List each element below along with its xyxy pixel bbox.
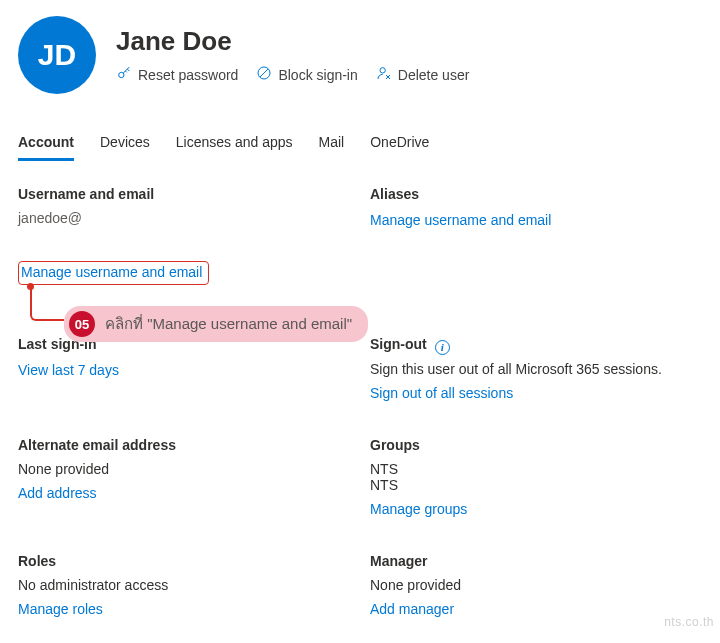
callout-dot [27,283,34,290]
tab-onedrive[interactable]: OneDrive [370,128,429,160]
section-heading: Manager [370,553,702,569]
callout-step-number: 05 [69,311,95,337]
avatar-initials: JD [38,38,76,72]
section-groups: Groups NTS NTS Manage groups [370,437,702,517]
block-signin-button[interactable]: Block sign-in [256,65,357,84]
tab-mail[interactable]: Mail [319,128,345,160]
tab-devices[interactable]: Devices [100,128,150,160]
sign-out-desc: Sign this user out of all Microsoft 365 … [370,361,702,377]
watermark: nts.co.th [664,615,714,629]
delete-user-icon [376,65,392,84]
svg-point-2 [380,68,385,73]
tabs: Account Devices Licenses and apps Mail O… [18,128,702,160]
section-heading: Aliases [370,186,702,202]
section-heading: Alternate email address [18,437,350,453]
tab-licenses[interactable]: Licenses and apps [176,128,293,160]
svg-point-0 [119,72,124,77]
section-heading: Sign-out i [370,336,702,353]
callout-pill: 05 คลิกที่ "Manage username and email" [64,306,368,342]
header-actions: Reset password Block sign-in Delete user [116,65,469,84]
user-display-name: Jane Doe [116,26,469,57]
reset-password-button[interactable]: Reset password [116,65,238,84]
reset-password-label: Reset password [138,67,238,83]
header-right: Jane Doe Reset password Block sign-in De… [116,26,469,84]
section-manager: Manager None provided Add manager [370,553,702,617]
section-heading: Groups [370,437,702,453]
user-header: JD Jane Doe Reset password Block sign-in [18,16,702,94]
block-signin-label: Block sign-in [278,67,357,83]
block-icon [256,65,272,84]
section-roles: Roles No administrator access Manage rol… [18,553,350,617]
info-icon[interactable]: i [435,340,450,355]
section-heading: Roles [18,553,350,569]
callout-text: คลิกที่ "Manage username and email" [105,312,352,336]
account-grid: Username and email janedoe@ Aliases Mana… [18,186,702,617]
add-address-link[interactable]: Add address [18,485,97,501]
roles-value: No administrator access [18,577,350,593]
sign-out-heading-text: Sign-out [370,336,427,352]
annotation-callout: 05 คลิกที่ "Manage username and email" [30,286,400,328]
tab-account[interactable]: Account [18,128,74,161]
highlighted-manage-username-link[interactable]: Manage username and email [18,261,209,285]
avatar: JD [18,16,96,94]
group-item: NTS [370,477,702,493]
sign-out-all-link[interactable]: Sign out of all sessions [370,385,513,401]
delete-user-button[interactable]: Delete user [376,65,470,84]
section-alt-email: Alternate email address None provided Ad… [18,437,350,517]
username-email-value: janedoe@ [18,210,350,226]
section-aliases: Aliases Manage username and email [370,186,702,300]
manage-roles-link[interactable]: Manage roles [18,601,103,617]
section-last-signin: Last sign-in View last 7 days [18,336,350,401]
section-heading: Username and email [18,186,350,202]
manage-groups-link[interactable]: Manage groups [370,501,467,517]
group-item: NTS [370,461,702,477]
callout-connector [30,286,64,321]
add-manager-link[interactable]: Add manager [370,601,454,617]
key-icon [116,65,132,84]
manage-username-email-link[interactable]: Manage username and email [21,264,202,280]
section-sign-out: Sign-out i Sign this user out of all Mic… [370,336,702,401]
manage-aliases-link[interactable]: Manage username and email [370,212,551,228]
view-last-7-days-link[interactable]: View last 7 days [18,362,119,378]
alt-email-value: None provided [18,461,350,477]
manager-value: None provided [370,577,702,593]
delete-user-label: Delete user [398,67,470,83]
